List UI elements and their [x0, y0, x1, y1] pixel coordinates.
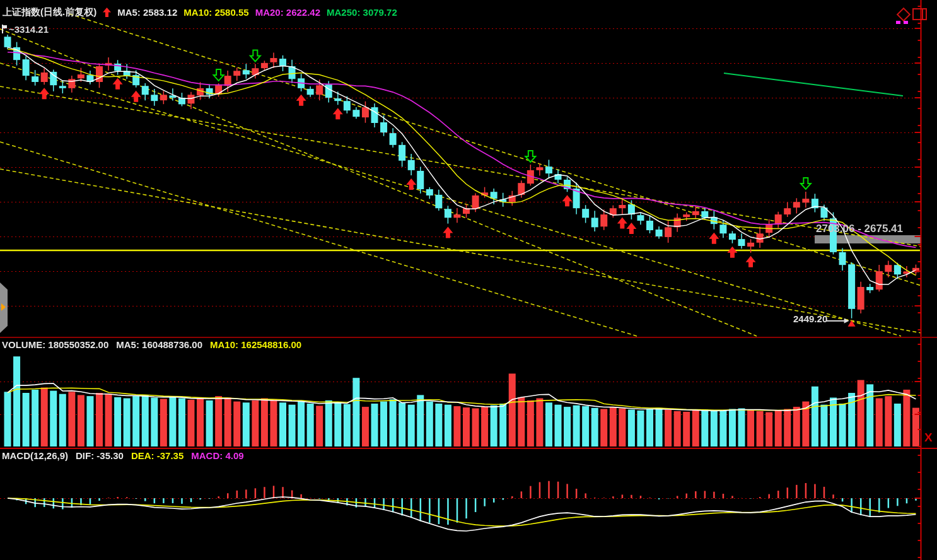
close-x-mark[interactable]: X	[924, 431, 933, 445]
volume-ma5: MA5: 160488736.00	[116, 339, 202, 350]
volume-value: VOLUME: 180550352.00	[2, 339, 108, 350]
period-low-label: 2449.20	[793, 313, 827, 324]
marker-dot-icon	[904, 21, 908, 24]
ma20-legend: MA20: 2622.42	[255, 7, 320, 18]
price-band-label: 2703.06 - 2675.41	[816, 223, 903, 235]
macd-header: MACD(12,26,9) DIF: -35.30 DEA: -37.35 MA…	[2, 450, 244, 462]
volume-chart-canvas[interactable]	[0, 338, 937, 448]
dea-value: DEA: -37.35	[131, 450, 183, 461]
dif-value: DIF: -35.30	[76, 450, 124, 461]
window-split-icon[interactable]	[912, 8, 927, 20]
macd-value: MACD: 4.09	[191, 450, 243, 461]
volume-ma10: MA10: 162548816.00	[210, 339, 301, 350]
period-high-label: ~3314.21	[9, 24, 49, 35]
ma5-legend: MA5: 2583.12	[117, 7, 177, 18]
high-flag-icon	[2, 25, 7, 33]
up-arrow-icon	[103, 8, 111, 17]
volume-header: VOLUME: 180550352.00 MA5: 160488736.00 M…	[2, 339, 301, 351]
marker-dot-icon	[896, 21, 900, 24]
macd-name: MACD(12,26,9)	[2, 450, 68, 461]
instrument-title: 上证指数(日线.前复权)	[3, 6, 96, 18]
ma250-legend: MA250: 3079.72	[327, 7, 397, 18]
ma10-legend: MA10: 2580.55	[183, 7, 248, 18]
expand-arrow-icon	[1, 303, 6, 311]
macd-chart-canvas[interactable]	[0, 449, 937, 560]
main-chart-canvas[interactable]	[0, 0, 937, 337]
stock-chart-app: { "header": { "title": "上证指数(日线.前复权)", "…	[0, 0, 937, 560]
chart-header: 上证指数(日线.前复权) MA5: 2583.12 MA10: 2580.55 …	[3, 6, 397, 18]
